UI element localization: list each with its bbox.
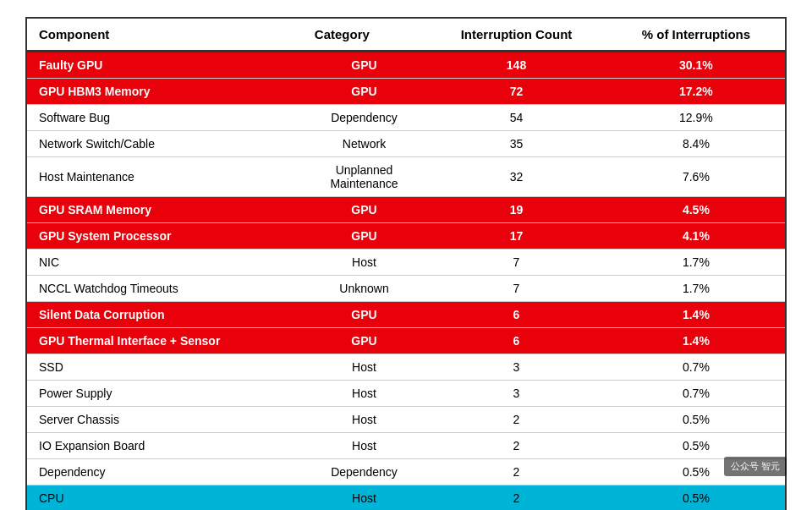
table-row: SSDHost30.7% — [27, 354, 785, 381]
header-component: Component — [27, 19, 303, 52]
table-row: GPU SRAM MemoryGPU194.5% — [27, 197, 785, 223]
table-row: Network Switch/CableNetwork358.4% — [27, 131, 785, 157]
cell-category: GPU — [303, 79, 425, 105]
cell-pct: 0.5% — [607, 433, 785, 459]
cell-count: 35 — [425, 131, 607, 157]
cell-count: 7 — [425, 276, 607, 302]
cell-component: SSD — [27, 354, 303, 381]
table-row: GPU Thermal Interface + SensorGPU61.4% — [27, 328, 785, 354]
cell-count: 2 — [425, 485, 607, 511]
cell-pct: 8.4% — [607, 131, 785, 157]
table-row: GPU HBM3 MemoryGPU7217.2% — [27, 79, 785, 105]
table-row: Power SupplyHost30.7% — [27, 381, 785, 407]
cell-component: Faulty GPU — [27, 52, 303, 79]
cell-pct: 0.7% — [607, 354, 785, 381]
cell-component: GPU HBM3 Memory — [27, 79, 303, 105]
cell-component: IO Expansion Board — [27, 433, 303, 459]
cell-pct: 4.1% — [607, 223, 785, 250]
cell-category: Host — [303, 250, 425, 276]
cell-count: 32 — [425, 157, 607, 197]
table-row: CPUHost20.5% — [27, 485, 785, 511]
header-pct-interruptions: % of Interruptions — [607, 19, 785, 52]
cell-category: UnplannedMaintenance — [303, 157, 425, 197]
table-header-row: Component Category Interruption Count % … — [27, 19, 785, 52]
header-interruption-count: Interruption Count — [425, 19, 607, 52]
cell-category: Host — [303, 407, 425, 433]
cell-category: Network — [303, 131, 425, 157]
cell-component: NCCL Watchdog Timeouts — [27, 276, 303, 302]
table-row: GPU System ProcessorGPU174.1% — [27, 223, 785, 250]
cell-component: Network Switch/Cable — [27, 131, 303, 157]
cell-component: Software Bug — [27, 105, 303, 131]
cell-component: Power Supply — [27, 381, 303, 407]
cell-count: 2 — [425, 407, 607, 433]
cell-pct: 0.5% — [607, 485, 785, 511]
cell-category: Host — [303, 381, 425, 407]
cell-category: GPU — [303, 223, 425, 250]
cell-pct: 0.5% — [607, 459, 785, 485]
cell-component: Host Maintenance — [27, 157, 303, 197]
table-row: Silent Data CorruptionGPU61.4% — [27, 302, 785, 328]
cell-count: 2 — [425, 459, 607, 485]
cell-count: 3 — [425, 381, 607, 407]
cell-component: Dependency — [27, 459, 303, 485]
cell-component: NIC — [27, 250, 303, 276]
cell-pct: 1.7% — [607, 250, 785, 276]
cell-pct: 4.5% — [607, 197, 785, 223]
cell-pct: 0.7% — [607, 381, 785, 407]
cell-count: 54 — [425, 105, 607, 131]
cell-category: Host — [303, 485, 425, 511]
cell-count: 72 — [425, 79, 607, 105]
cell-component: GPU SRAM Memory — [27, 197, 303, 223]
cell-category: Dependency — [303, 105, 425, 131]
cell-category: Host — [303, 354, 425, 381]
table-row: Host MaintenanceUnplannedMaintenance327.… — [27, 157, 785, 197]
cell-pct: 7.6% — [607, 157, 785, 197]
cell-category: GPU — [303, 302, 425, 328]
cell-count: 17 — [425, 223, 607, 250]
table-row: DependencyDependency20.5% — [27, 459, 785, 485]
cell-component: Server Chassis — [27, 407, 303, 433]
cell-component: GPU System Processor — [27, 223, 303, 250]
cell-category: GPU — [303, 52, 425, 79]
cell-count: 3 — [425, 354, 607, 381]
header-category: Category — [303, 19, 425, 52]
cell-pct: 30.1% — [607, 52, 785, 79]
cell-count: 6 — [425, 328, 607, 354]
cell-pct: 0.5% — [607, 407, 785, 433]
cell-count: 6 — [425, 302, 607, 328]
table-row: NICHost71.7% — [27, 250, 785, 276]
cell-category: Host — [303, 433, 425, 459]
cell-pct: 17.2% — [607, 79, 785, 105]
table-row: Software BugDependency5412.9% — [27, 105, 785, 131]
interruption-table: Component Category Interruption Count % … — [27, 19, 785, 510]
cell-count: 19 — [425, 197, 607, 223]
table-row: Faulty GPUGPU14830.1% — [27, 52, 785, 79]
table-row: Server ChassisHost20.5% — [27, 407, 785, 433]
table-row: IO Expansion BoardHost20.5% — [27, 433, 785, 459]
cell-pct: 1.7% — [607, 276, 785, 302]
interruption-table-container: Component Category Interruption Count % … — [25, 17, 787, 510]
cell-category: GPU — [303, 197, 425, 223]
cell-component: Silent Data Corruption — [27, 302, 303, 328]
cell-count: 7 — [425, 250, 607, 276]
cell-category: GPU — [303, 328, 425, 354]
cell-count: 148 — [425, 52, 607, 79]
cell-category: Dependency — [303, 459, 425, 485]
table-row: NCCL Watchdog TimeoutsUnknown71.7% — [27, 276, 785, 302]
cell-pct: 1.4% — [607, 302, 785, 328]
cell-count: 2 — [425, 433, 607, 459]
cell-pct: 1.4% — [607, 328, 785, 354]
cell-component: CPU — [27, 485, 303, 511]
cell-component: GPU Thermal Interface + Sensor — [27, 328, 303, 354]
cell-pct: 12.9% — [607, 105, 785, 131]
cell-category: Unknown — [303, 276, 425, 302]
